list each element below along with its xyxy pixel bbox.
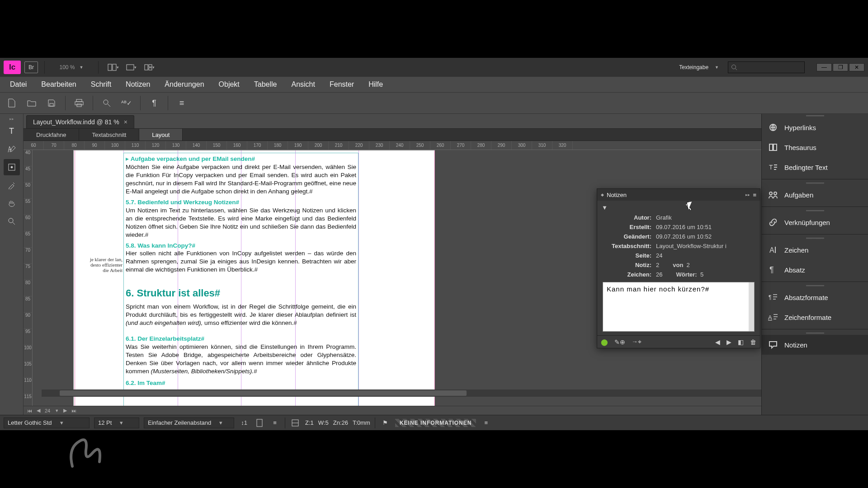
new-note-icon[interactable]: ✎⊕ — [614, 338, 625, 346]
menu-fenster[interactable]: Fenster — [323, 78, 360, 91]
trash-icon[interactable]: 🗑 — [750, 338, 756, 346]
line-count-icon[interactable]: ↕1 — [239, 418, 250, 428]
open-icon[interactable] — [25, 97, 38, 109]
ruler-tick: 120 — [146, 141, 166, 150]
label-section: Textabschnitt: — [602, 243, 656, 249]
note-text-content: Kann man hier noch kürzen?# — [607, 285, 709, 293]
search-input[interactable] — [728, 61, 805, 73]
print-icon[interactable] — [73, 97, 85, 109]
notes-panel-footer: ⬤ ✎⊕ →⌖ ◀ ▶ ◧ 🗑 — [597, 335, 760, 348]
ruler-tick: 320 — [552, 141, 573, 150]
position-tool[interactable] — [4, 159, 20, 175]
first-page-icon[interactable]: ⏮ — [27, 408, 32, 413]
control-menu-icon[interactable]: ≡ — [175, 97, 188, 109]
panel-button-absatz[interactable]: ¶Absatz — [762, 260, 868, 280]
panel-button-thesaurus[interactable]: Thesaurus — [762, 137, 868, 157]
panel-button-notizen[interactable]: Notizen — [762, 335, 868, 355]
stats-toggle-icon[interactable] — [290, 418, 301, 428]
new-doc-icon[interactable] — [5, 97, 18, 109]
ruler-vertical: 404550556065707580859095100105110115 — [24, 150, 33, 406]
menu-notizen[interactable]: Notizen — [119, 78, 156, 91]
find-icon[interactable] — [100, 97, 113, 109]
go-to-anchor-icon[interactable]: →⌖ — [632, 338, 642, 346]
menu-schrift[interactable]: Schrift — [85, 78, 118, 91]
hand-tool[interactable] — [4, 195, 20, 211]
next-note-icon[interactable]: ▶ — [726, 338, 731, 346]
font-size-dropdown[interactable]: 12 Pt — [94, 418, 139, 428]
window-maximize-button[interactable]: ❐ — [833, 63, 848, 71]
panel-button-absatzformate[interactable]: ¶Absatzformate — [762, 287, 868, 307]
menu-hilfe[interactable]: Hilfe — [362, 78, 389, 91]
expand-note-icon[interactable]: ◧ — [738, 338, 744, 346]
page-navigator: ⏮ ◀ 24 ▼ ▶ ⏭ — [24, 406, 761, 415]
panel-button-hyperlinks[interactable]: Hyperlinks — [762, 117, 868, 137]
screen-mode-icon[interactable]: ▾ — [123, 61, 139, 74]
heading-61: 6.1. Der Einzelarbeitsplatz# — [126, 335, 356, 343]
scrollbar-horizontal[interactable] — [42, 389, 761, 397]
controlbar: ᴬᴮ✓ ¶ ≡ — [0, 92, 868, 114]
view-druckfahne[interactable]: Druckfahne — [24, 129, 79, 141]
note-text-scrollbar[interactable] — [749, 282, 754, 331]
note-text-area[interactable]: Kann man hier noch kürzen?# — [603, 282, 755, 332]
next-page-icon[interactable]: ▶ — [63, 408, 67, 413]
workspace-dropdown[interactable]: Texteingabe▼ — [674, 61, 724, 74]
panel-button-bedingter text[interactable]: TBedingter Text — [762, 157, 868, 177]
close-tab-icon[interactable]: × — [124, 118, 127, 126]
menu-objekt[interactable]: Objekt — [212, 78, 246, 91]
strip-menu-icon[interactable]: ≡ — [481, 418, 491, 428]
bridge-logo[interactable]: Br — [24, 61, 38, 73]
disclosure-icon[interactable]: ▼ — [602, 204, 608, 211]
panel-button-zeichen[interactable]: AZeichen — [762, 240, 868, 260]
zoom-tool[interactable] — [4, 213, 20, 230]
user-color-icon[interactable]: ⬤ — [601, 338, 608, 346]
notes-panel[interactable]: ◆ Notizen ▸▸ ≡ ▼ Autor:Grafik Erstellt:0… — [597, 188, 760, 348]
panel-button-aufgaben[interactable]: Aufgaben — [762, 185, 868, 205]
view-textabschnitt[interactable]: Textabschnitt — [79, 129, 139, 141]
align-icon[interactable]: ≡ — [269, 418, 280, 428]
note-tool[interactable] — [4, 141, 20, 157]
menu-bearbeiten[interactable]: Bearbeiten — [35, 78, 82, 91]
window-minimize-button[interactable]: — — [816, 63, 832, 71]
notes-panel-header[interactable]: ◆ Notizen ▸▸ ≡ — [597, 189, 760, 201]
info-toggle-icon[interactable]: ⚑ — [380, 418, 391, 428]
bottom-control-strip: Letter Gothic Std 12 Pt Einfacher Zeilen… — [0, 415, 868, 430]
stat-words: W:5 — [318, 419, 329, 426]
menu-aenderungen[interactable]: Änderungen — [158, 78, 210, 91]
rail-collapse-icon[interactable]: ▸▸ — [0, 117, 24, 121]
spellcheck-icon[interactable]: ᴬᴮ✓ — [120, 97, 133, 109]
panel-label: Aufgaben — [784, 191, 813, 199]
svg-rect-9 — [76, 99, 82, 102]
panel-button-verknüpfungen[interactable]: Verknüpfungen — [762, 212, 868, 232]
panel-button-zeichenformate[interactable]: AZeichenformate — [762, 307, 868, 327]
leading-dropdown[interactable]: Einfacher Zeilenabstand — [144, 418, 234, 428]
svg-line-13 — [108, 104, 110, 107]
arrange-icon[interactable]: ▾ — [141, 61, 157, 74]
window-close-button[interactable]: ✕ — [849, 63, 864, 71]
eyedropper-tool[interactable] — [4, 177, 20, 193]
save-icon[interactable] — [45, 97, 58, 109]
document-tab[interactable]: Layout_Workflow.indd @ 81 % × — [26, 115, 134, 128]
font-family-dropdown[interactable]: Letter Gothic Std — [4, 418, 90, 428]
menu-ansicht[interactable]: Ansicht — [285, 78, 321, 91]
chain-icon — [768, 217, 778, 227]
ruler-tick: 280 — [471, 141, 491, 150]
ruler-tick: 190 — [288, 141, 308, 150]
zoom-display[interactable]: 100 %▼ — [51, 61, 92, 73]
column-depth-icon[interactable] — [254, 418, 265, 428]
panel-menu-icon[interactable]: ≡ — [753, 192, 756, 198]
paragraph-icon[interactable]: ¶ — [148, 97, 160, 109]
view-options-icon[interactable]: ▾ — [105, 61, 121, 74]
text-frame[interactable]: ▸ Aufgabe verpacken und per EMail senden… — [123, 153, 359, 406]
menu-tabelle[interactable]: Tabelle — [248, 78, 283, 91]
svg-text:A: A — [768, 314, 772, 321]
collapse-icon[interactable]: ◆ — [601, 192, 604, 197]
prev-note-icon[interactable]: ◀ — [715, 338, 720, 346]
para-icon: ¶ — [768, 265, 778, 275]
prev-page-icon[interactable]: ◀ — [37, 408, 40, 413]
page-number[interactable]: 24 — [45, 408, 50, 413]
dock-icon[interactable]: ▸▸ — [745, 192, 750, 197]
menu-datei[interactable]: Datei — [4, 78, 33, 91]
last-page-icon[interactable]: ⏭ — [71, 408, 76, 413]
type-tool[interactable]: T — [4, 123, 20, 139]
view-layout[interactable]: Layout — [139, 129, 183, 141]
